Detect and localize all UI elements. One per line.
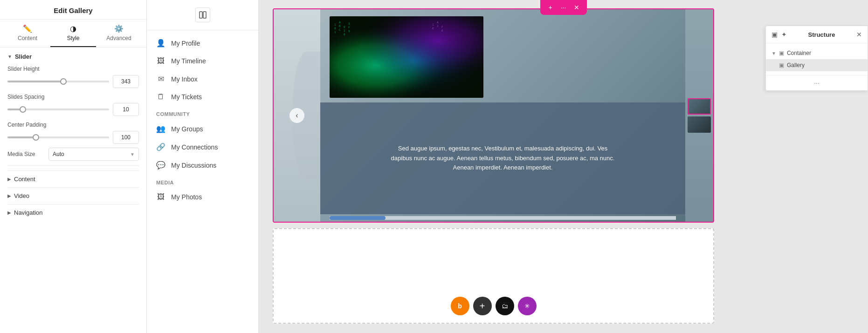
center-padding-track[interactable]	[7, 136, 109, 138]
nav-item-my-timeline[interactable]: 🖼 My Timeline	[147, 52, 258, 70]
nav-item-my-inbox[interactable]: ✉ My Inbox	[147, 70, 258, 88]
left-content: ▼ Slider Slider Height 343 Slides Spacin…	[0, 48, 146, 333]
structure-layout-icon[interactable]: ▣	[772, 31, 778, 38]
gallery-caption: Sed augue ipsum, egestas nec, Vestibulum…	[391, 144, 615, 173]
connections-icon: 🔗	[156, 143, 165, 151]
close-icon: ✕	[574, 4, 579, 11]
slider-section-label: Slider	[15, 53, 32, 60]
svg-text:F: F	[441, 25, 443, 28]
tree-gallery-label: Gallery	[787, 62, 805, 68]
tree-gallery-icon: ▣	[779, 62, 784, 68]
slides-spacing-row: 10	[7, 103, 139, 116]
nav-item-my-profile-label: My Profile	[171, 40, 200, 47]
slides-spacing-label: Slides Spacing	[7, 94, 139, 100]
slider-height-input[interactable]: 343	[113, 75, 139, 88]
slider-height-track[interactable]	[7, 81, 109, 82]
tab-content[interactable]: ✏️ Content	[5, 24, 50, 47]
navigation-collapse-btn[interactable]: ▶ Navigation	[7, 209, 139, 216]
svg-text:0: 0	[334, 27, 336, 30]
fab-orange-btn[interactable]: b	[451, 297, 469, 315]
structure-sparkle-icon[interactable]: ✦	[781, 31, 787, 38]
svg-text:1: 1	[334, 23, 336, 26]
content-collapse-btn[interactable]: ▶ Content	[7, 176, 139, 183]
more-options-btn[interactable]: ···	[558, 2, 569, 13]
nav-item-my-profile[interactable]: 👤 My Profile	[147, 34, 258, 52]
fab-black-btn[interactable]: 🗂	[496, 297, 514, 315]
left-panel: Edit Gallery ✏️ Content ◑ Style ⚙️ Advan…	[0, 0, 147, 333]
media-size-label: Media Size	[7, 151, 45, 157]
slider-height-label: Slider Height	[7, 66, 139, 72]
nav-item-my-connections[interactable]: 🔗 My Connections	[147, 138, 258, 156]
fab-orange-icon: b	[458, 302, 462, 310]
more-icon: ···	[561, 4, 566, 11]
gallery-content-row: ‹	[274, 9, 713, 222]
profile-icon: 👤	[156, 39, 165, 48]
slides-spacing-input[interactable]: 10	[113, 103, 139, 116]
media-size-row: Media Size Auto ▼	[7, 148, 139, 161]
nav-item-my-photos[interactable]: 🖼 My Photos	[147, 188, 258, 206]
gallery-text-area: Sed augue ipsum, egestas nec, Vestibulum…	[320, 102, 685, 214]
add-element-btn[interactable]: +	[545, 2, 556, 13]
tree-container-label: Container	[787, 50, 811, 56]
tab-style[interactable]: ◑ Style	[50, 24, 96, 47]
center-padding-input[interactable]: 100	[113, 131, 139, 144]
photos-icon: 🖼	[156, 193, 165, 201]
inbox-icon: ✉	[156, 75, 165, 83]
slider-height-row: 343	[7, 75, 139, 88]
gallery-image-inner: 101 ABC 010 3F9 10 A2 FE	[330, 16, 483, 98]
center-padding-row: 100	[7, 131, 139, 144]
gallery-thumb-1[interactable]	[688, 98, 711, 115]
slides-spacing-thumb	[20, 106, 26, 113]
structure-title: Structure	[808, 31, 835, 38]
tabs-row: ✏️ Content ◑ Style ⚙️ Advanced	[0, 20, 146, 48]
content-tab-icon: ✏️	[23, 24, 32, 33]
structure-close-icon[interactable]: ✕	[856, 31, 862, 38]
timeline-icon: 🖼	[156, 57, 165, 65]
slides-spacing-track[interactable]	[7, 109, 109, 110]
navigation-section: ▶ Navigation	[7, 204, 139, 221]
gallery-thumb-2[interactable]	[688, 116, 711, 133]
content-arrow-icon: ▶	[7, 177, 11, 182]
structure-header: ▣ ✦ Structure ✕	[766, 26, 868, 43]
svg-text:A: A	[339, 20, 341, 24]
media-size-select[interactable]: Auto ▼	[48, 148, 139, 161]
structure-footer[interactable]: ···	[766, 75, 868, 90]
svg-rect-0	[200, 12, 202, 18]
sidebar-toggle-btn[interactable]	[195, 7, 210, 22]
close-btn[interactable]: ✕	[571, 2, 582, 13]
svg-text:E: E	[441, 29, 443, 32]
center-padding-thumb	[33, 134, 39, 141]
nav-item-my-groups[interactable]: 👥 My Groups	[147, 120, 258, 138]
advanced-tab-icon: ⚙️	[114, 24, 124, 33]
gallery-scrollbar-thumb[interactable]	[330, 216, 386, 220]
gallery-prev-btn[interactable]: ‹	[289, 108, 304, 123]
panel-title: Edit Gallery	[0, 0, 146, 20]
nav-item-my-groups-label: My Groups	[171, 125, 203, 133]
center-padding-fill	[7, 136, 36, 138]
structure-panel: ▣ ✦ Structure ✕ ▼ ▣ Container ▣ Gallery …	[765, 26, 868, 91]
nav-item-my-photos-label: My Photos	[171, 193, 202, 201]
nav-item-my-inbox-label: My Inbox	[171, 75, 198, 83]
content-label: Content	[14, 176, 35, 183]
nav-item-my-discussions[interactable]: 💬 My Discussions	[147, 156, 258, 174]
video-collapse-btn[interactable]: ▶ Video	[7, 192, 139, 199]
tree-item-container[interactable]: ▼ ▣ Container	[766, 47, 868, 59]
middle-top	[147, 0, 258, 30]
slider-section-header[interactable]: ▼ Slider	[7, 53, 139, 60]
nav-item-my-discussions-label: My Discussions	[171, 162, 216, 169]
style-tab-icon: ◑	[70, 24, 76, 33]
gallery-scrollbar[interactable]	[330, 216, 676, 220]
bottom-section: b + 🗂 ✳	[273, 228, 714, 324]
gallery-left-strip: ‹	[274, 9, 320, 222]
fab-add-btn[interactable]: +	[473, 297, 492, 315]
tree-item-gallery[interactable]: ▣ Gallery	[766, 59, 868, 71]
nav-item-my-tickets[interactable]: 🗒 My Tickets	[147, 88, 258, 106]
tab-advanced[interactable]: ⚙️ Advanced	[96, 24, 142, 47]
svg-text:B: B	[339, 24, 341, 27]
nav-item-my-connections-label: My Connections	[171, 143, 218, 151]
discussions-icon: 💬	[156, 161, 165, 170]
middle-panel: 👤 My Profile 🖼 My Timeline ✉ My Inbox 🗒 …	[147, 0, 259, 333]
structure-more-icon: ···	[814, 79, 820, 87]
fab-purple-btn[interactable]: ✳	[518, 297, 537, 315]
tab-content-label: Content	[18, 35, 37, 41]
